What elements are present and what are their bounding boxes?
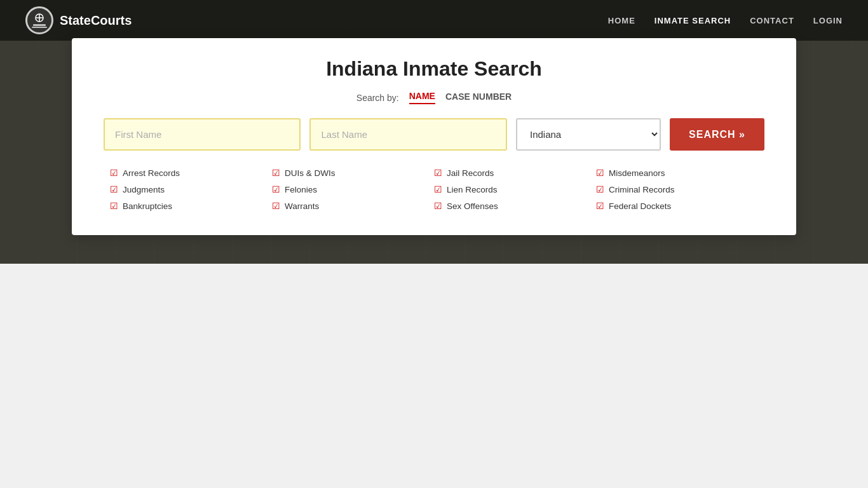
logo-icon bbox=[25, 6, 53, 34]
nav-home[interactable]: HOME bbox=[608, 16, 635, 25]
feature-jail-records: ☑ Jail Records bbox=[434, 166, 596, 180]
feature-label: Felonies bbox=[285, 185, 317, 194]
svg-rect-3 bbox=[33, 24, 46, 26]
search-card-title: Indiana Inmate Search bbox=[104, 57, 764, 81]
check-icon: ☑ bbox=[434, 201, 442, 211]
nav-links: HOME INMATE SEARCH CONTACT LOGIN bbox=[608, 15, 843, 26]
state-select[interactable]: Indiana Alabama Alaska Arizona Arkansas … bbox=[516, 118, 661, 151]
feature-label: Lien Records bbox=[447, 185, 498, 194]
feature-lien-records: ☑ Lien Records bbox=[434, 182, 596, 196]
main-nav: StateCourts HOME INMATE SEARCH CONTACT L… bbox=[0, 0, 868, 41]
feature-criminal-records: ☑ Criminal Records bbox=[596, 182, 758, 196]
feature-label: Misdemeanors bbox=[609, 168, 665, 178]
feature-label: Federal Dockets bbox=[609, 201, 671, 211]
feature-label: Jail Records bbox=[447, 168, 494, 178]
features-grid: ☑ Arrest Records ☑ DUIs & DWIs ☑ Jail Re… bbox=[104, 166, 764, 213]
check-icon: ☑ bbox=[110, 201, 118, 211]
logo-link[interactable]: StateCourts bbox=[25, 6, 132, 34]
feature-duis: ☑ DUIs & DWIs bbox=[272, 166, 434, 180]
search-button[interactable]: SEARCH » bbox=[670, 118, 764, 151]
check-icon: ☑ bbox=[272, 201, 280, 211]
feature-bankruptcies: ☑ Bankruptcies bbox=[110, 199, 272, 213]
feature-judgments: ☑ Judgments bbox=[110, 182, 272, 196]
svg-rect-4 bbox=[32, 27, 47, 28]
search-card: Indiana Inmate Search Search by: NAME CA… bbox=[72, 38, 796, 235]
check-icon: ☑ bbox=[272, 168, 280, 178]
feature-sex-offenses: ☑ Sex Offenses bbox=[434, 199, 596, 213]
nav-contact[interactable]: CONTACT bbox=[750, 16, 794, 25]
feature-label: Arrest Records bbox=[123, 168, 180, 178]
check-icon: ☑ bbox=[596, 184, 604, 194]
feature-label: Judgments bbox=[123, 185, 165, 194]
feature-felonies: ☑ Felonies bbox=[272, 182, 434, 196]
check-icon: ☑ bbox=[596, 201, 604, 211]
feature-federal-dockets: ☑ Federal Dockets bbox=[596, 199, 758, 213]
feature-label: Criminal Records bbox=[609, 185, 675, 194]
feature-arrest-records: ☑ Arrest Records bbox=[110, 166, 272, 180]
tab-name[interactable]: NAME bbox=[409, 91, 435, 104]
feature-misdemeanors: ☑ Misdemeanors bbox=[596, 166, 758, 180]
tab-case-number[interactable]: CASE NUMBER bbox=[445, 92, 512, 104]
feature-label: Warrants bbox=[285, 201, 319, 211]
feature-warrants: ☑ Warrants bbox=[272, 199, 434, 213]
hero-section: COURTHOUSE StateCourts HOME INMATE SEARC… bbox=[0, 0, 868, 264]
nav-login[interactable]: LOGIN bbox=[813, 16, 843, 25]
last-name-input[interactable] bbox=[309, 118, 506, 151]
check-icon: ☑ bbox=[434, 184, 442, 194]
logo-text: StateCourts bbox=[60, 13, 132, 28]
feature-label: DUIs & DWIs bbox=[285, 168, 336, 178]
first-name-input[interactable] bbox=[104, 118, 301, 151]
search-by-row: Search by: NAME CASE NUMBER bbox=[104, 91, 764, 104]
nav-inmate-search[interactable]: INMATE SEARCH bbox=[654, 16, 731, 25]
check-icon: ☑ bbox=[110, 184, 118, 194]
feature-label: Sex Offenses bbox=[447, 201, 498, 211]
check-icon: ☑ bbox=[434, 168, 442, 178]
search-by-label: Search by: bbox=[356, 93, 399, 103]
feature-label: Bankruptcies bbox=[123, 201, 172, 211]
search-row: Indiana Alabama Alaska Arizona Arkansas … bbox=[104, 118, 764, 151]
check-icon: ☑ bbox=[110, 168, 118, 178]
check-icon: ☑ bbox=[272, 184, 280, 194]
check-icon: ☑ bbox=[596, 168, 604, 178]
